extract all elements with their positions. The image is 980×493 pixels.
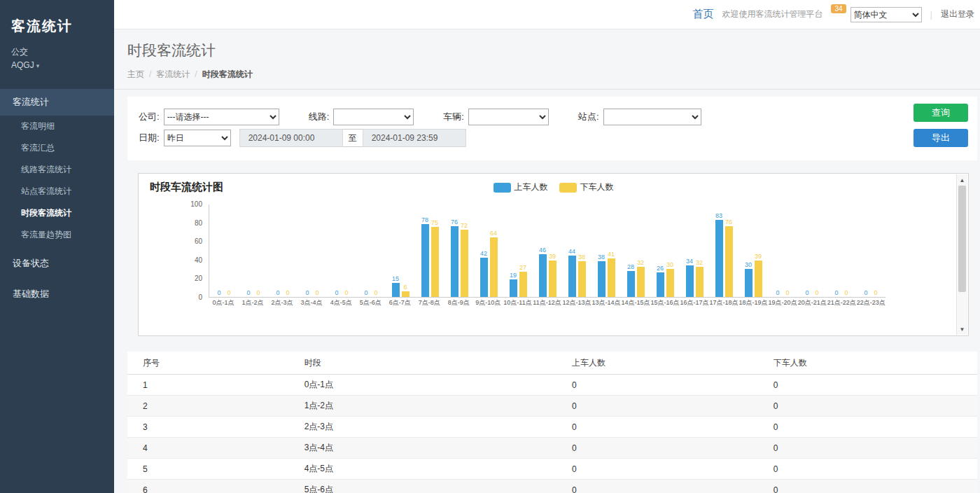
bar[interactable]: [578, 261, 586, 297]
bar[interactable]: [745, 269, 752, 297]
x-axis-label: 17点-18点: [710, 298, 738, 308]
bar[interactable]: [539, 254, 547, 297]
bar[interactable]: [666, 269, 674, 297]
bar-column: 83: [715, 212, 723, 297]
bar-column: 64: [490, 230, 498, 297]
bar[interactable]: [431, 227, 439, 297]
x-axis-label: 13点-14点: [592, 298, 620, 308]
bar[interactable]: [568, 256, 576, 297]
bar[interactable]: [461, 230, 468, 297]
bar-value-label: 28: [627, 263, 634, 271]
bar[interactable]: [725, 226, 733, 297]
bar[interactable]: [637, 267, 645, 297]
notification-badge[interactable]: 34: [831, 4, 846, 13]
vehicle-select[interactable]: [468, 109, 549, 125]
bar-column: 0: [774, 289, 782, 297]
language-select[interactable]: 简体中文: [850, 7, 922, 22]
y-axis-tick: 0: [198, 294, 202, 301]
bar[interactable]: [608, 258, 615, 297]
table-cell: 1: [127, 375, 289, 396]
x-axis-label: 15点-16点: [650, 298, 678, 308]
bar[interactable]: [686, 265, 694, 297]
sidebar-section-0[interactable]: 客流统计: [0, 89, 114, 116]
bar-column: 75: [431, 219, 439, 297]
x-axis-label: 10点-11点: [503, 298, 531, 308]
bar[interactable]: [519, 272, 527, 297]
sidebar-item[interactable]: 站点客流统计: [0, 181, 114, 202]
bar-column: 44: [568, 248, 576, 297]
bar-value-label: 32: [637, 259, 644, 267]
x-axis-label: 11点-12点: [533, 298, 561, 308]
legend-item[interactable]: 上车人数: [493, 181, 548, 193]
sidebar: 客流统计 公交 AQGJ▾ 客流统计客流明细客流汇总线路客流统计站点客流统计时段…: [0, 0, 114, 493]
bar-value-label: 41: [608, 251, 615, 258]
bar-column: 0: [284, 289, 292, 297]
page-header: 时段客流统计 主页/客流统计/时段客流统计: [114, 29, 980, 90]
sidebar-item[interactable]: 线路客流统计: [0, 159, 114, 181]
table-cell: 0: [758, 396, 977, 417]
sidebar-item[interactable]: 客流汇总: [0, 137, 114, 159]
org-selector[interactable]: AQGJ▾: [11, 59, 103, 72]
table-header-cell: 序号: [127, 352, 289, 375]
bar[interactable]: [696, 267, 704, 297]
breadcrumb-item[interactable]: 客流统计: [156, 69, 190, 79]
scroll-up-icon[interactable]: ▲: [957, 174, 967, 186]
bar[interactable]: [490, 237, 498, 297]
bar[interactable]: [755, 261, 762, 297]
station-select[interactable]: [603, 109, 701, 125]
bar[interactable]: [480, 258, 488, 297]
bar-value-label: 64: [490, 230, 497, 237]
breadcrumb: 主页/客流统计/时段客流统计: [127, 69, 966, 81]
export-button[interactable]: 导出: [913, 129, 968, 147]
filter-row-2: 日期: 昨日 至: [139, 129, 966, 147]
table-cell: 2点-3点: [289, 417, 556, 438]
bar-value-label: 0: [834, 289, 838, 297]
date-preset-select[interactable]: 昨日: [164, 130, 231, 146]
line-select[interactable]: [333, 109, 414, 125]
sidebar-section-1[interactable]: 设备状态: [0, 250, 114, 277]
sidebar-item[interactable]: 时段客流统计: [0, 202, 114, 224]
scrollbar-thumb[interactable]: [958, 186, 966, 292]
legend-swatch: [493, 183, 511, 193]
logout-link[interactable]: 退出登录: [941, 8, 974, 20]
page-title: 时段客流统计: [127, 41, 966, 60]
bar[interactable]: [657, 272, 664, 297]
bar[interactable]: [421, 224, 429, 297]
table-cell: 0: [758, 480, 977, 493]
company-select[interactable]: ---请选择---: [164, 109, 279, 125]
bar-column: 0: [314, 289, 321, 297]
sidebar-item[interactable]: 客流量趋势图: [0, 224, 114, 246]
breadcrumb-item[interactable]: 主页: [127, 69, 144, 79]
bar[interactable]: [451, 226, 458, 297]
sidebar-item[interactable]: 客流明细: [0, 116, 114, 137]
bar[interactable]: [715, 220, 723, 297]
legend-swatch: [559, 183, 577, 193]
bar-value-label: 75: [431, 219, 438, 227]
legend-item[interactable]: 下车人数: [559, 181, 614, 193]
date-start-input[interactable]: [239, 129, 343, 147]
bar[interactable]: [549, 261, 556, 297]
bar-value-label: 0: [874, 289, 877, 297]
scrollbar-track[interactable]: [957, 292, 967, 324]
bar-value-label: 30: [666, 261, 673, 269]
bar[interactable]: [392, 283, 400, 297]
bar[interactable]: [402, 291, 410, 297]
query-button[interactable]: 查询: [913, 104, 968, 122]
bar-value-label: 19: [510, 272, 517, 279]
bar-group: 00: [210, 289, 238, 297]
bar[interactable]: [627, 271, 635, 297]
bar-value-label: 30: [745, 261, 752, 269]
bar-column: 0: [843, 289, 850, 297]
y-axis-tick: 60: [195, 238, 202, 245]
x-axis-label: 6点-7点: [386, 298, 414, 308]
date-end-input[interactable]: [363, 129, 466, 147]
data-table: 序号时段上车人数下车人数 10点-1点0021点-2点0032点-3点0043点…: [127, 352, 977, 493]
home-link[interactable]: 首页: [692, 8, 713, 21]
bar[interactable]: [598, 261, 606, 297]
x-axis-label: 20点-21点: [798, 298, 826, 308]
bar[interactable]: [510, 279, 517, 297]
sidebar-section-2[interactable]: 基础数据: [0, 281, 114, 307]
table-cell: 0: [556, 417, 758, 438]
chart-scrollbar[interactable]: ▲ ▼: [956, 174, 967, 335]
scroll-down-icon[interactable]: ▼: [957, 324, 967, 335]
